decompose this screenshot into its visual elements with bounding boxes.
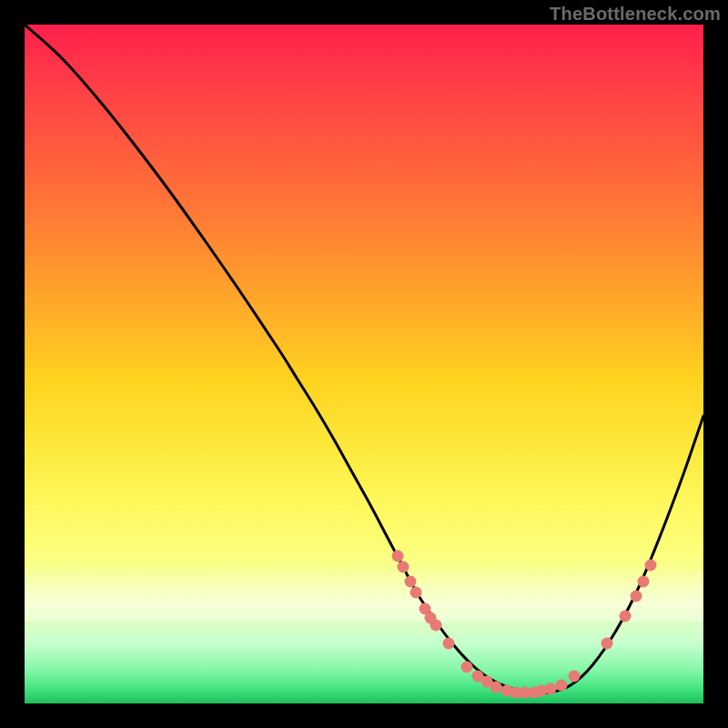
chart-container: TheBottleneck.com [0,0,728,728]
data-marker [638,576,650,588]
curve-markers [392,551,657,699]
plot-area [25,25,703,703]
data-marker [556,680,568,692]
data-marker [430,620,442,632]
data-marker [405,576,417,588]
data-marker [490,682,502,693]
data-marker [569,671,581,682]
data-marker [620,611,632,622]
chart-svg [25,25,703,703]
bottleneck-curve [25,25,703,693]
data-marker [443,638,455,650]
data-marker [631,591,642,602]
data-marker [410,587,422,599]
data-marker [545,683,557,695]
data-marker [398,561,410,573]
watermark-text: TheBottleneck.com [550,4,721,25]
data-marker [392,551,404,562]
data-marker [645,560,657,571]
data-marker [602,638,613,650]
data-marker [461,662,473,673]
